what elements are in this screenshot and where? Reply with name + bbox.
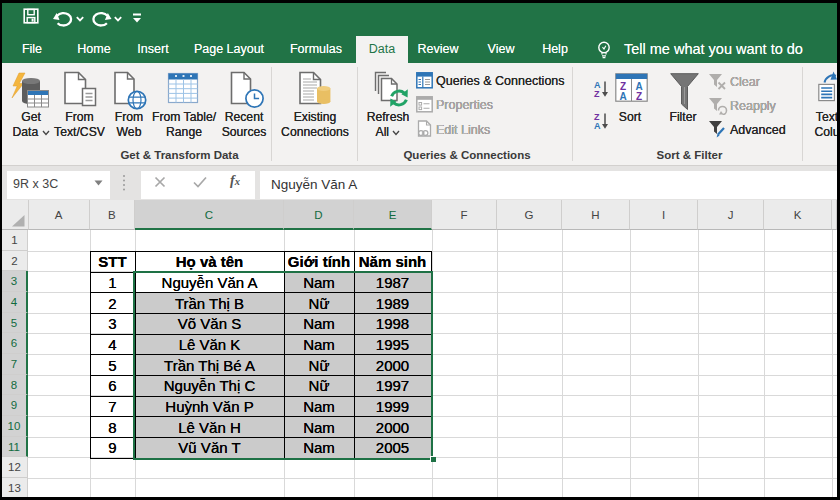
svg-text:Z: Z <box>594 89 600 98</box>
svg-text:A: A <box>620 91 627 102</box>
svg-text:Z: Z <box>636 91 642 102</box>
svg-text:A: A <box>594 121 601 130</box>
